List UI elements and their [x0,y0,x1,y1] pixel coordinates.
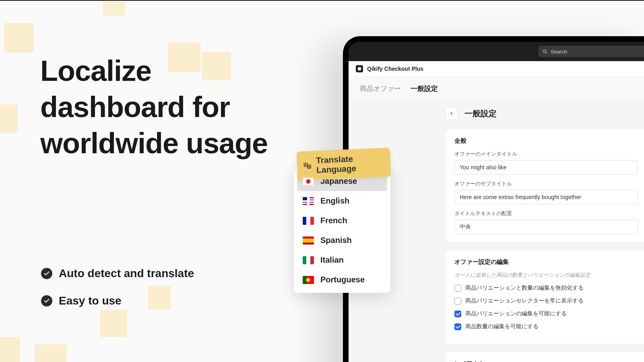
card-edit-settings: オファー設定の編集 カートに追加した商品の数量とバリエーションの編集設定 商品バ… [445,250,644,344]
decor-block [0,105,18,133]
checkbox-always-show[interactable]: 商品バリエーションセレクターを常に表示する [454,297,638,304]
lang-option-french[interactable]: French [297,211,387,230]
feature-item: Auto detect and translate [41,267,194,280]
svg-rect-2 [358,67,361,70]
form-label: タイトルテキストの配置 [454,210,638,217]
lang-label: Spanish [320,236,352,245]
checkbox-allow-quantity[interactable]: 商品数量の編集を可能にする [454,323,638,330]
checkbox-icon [454,285,461,292]
form-label: オファーのメインタイトル [454,150,638,158]
lang-label: English [320,196,349,206]
checkbox-disable-edit[interactable]: 商品バリエーションと数量の編集を無効化する [454,284,638,292]
headline-l3: worldwide usage [40,125,268,161]
flag-jp-icon [303,177,314,185]
page-title-row: 一般設定 [445,107,644,120]
lang-label: Portuguese [320,275,365,284]
translate-icon [303,161,312,171]
search-placeholder: Search [551,49,567,55]
card-title: オファー設定の編集 [454,258,638,266]
lang-option-italian[interactable]: Italian [297,250,387,270]
sub-title-input[interactable] [454,190,638,204]
decor-block [0,337,20,362]
checkbox-label: 商品バリエーションセレクターを常に表示する [465,297,584,304]
back-button[interactable] [445,107,458,120]
decor-block [103,2,125,16]
check-icon [41,268,52,279]
main-title-input[interactable] [454,160,638,175]
feature-list: Auto detect and translate Easy to use [41,267,194,322]
headline-l2: dashboard for [40,89,268,125]
decor-block [4,23,34,53]
tab-general[interactable]: 一般設定 [411,84,438,93]
feature-text: Easy to use [59,294,122,307]
feature-text: Auto detect and translate [59,267,194,280]
tabs: 商品オファー 一般設定 [349,77,644,99]
card-subtitle: カートに追加した商品の数量とバリエーションの編集設定 [454,272,638,279]
card-general: 全般 オファーのメインタイトル オファーのサブタイトル タイトルテキストの配置 [445,129,644,243]
app-header: Qikify Checkout Plus [349,61,644,77]
checkbox-label: 商品バリエーションと数量の編集を無効化する [465,284,584,292]
app-name: Qikify Checkout Plus [367,66,423,72]
alignment-select[interactable] [454,220,638,234]
language-menu: Japanese English French Spanish Italian … [294,168,390,293]
lang-label: Italian [320,255,344,265]
headline-l1: Localize [40,53,268,89]
card-title: 全般 [454,137,638,145]
app-topbar: Search [349,42,644,61]
lang-option-english[interactable]: English [297,191,387,211]
search-icon [543,49,547,54]
page-border-top [0,0,644,1]
search-input[interactable]: Search [539,46,644,57]
feature-item: Easy to use [41,294,194,307]
form-label: オファーのサブタイトル [454,180,638,187]
flag-es-icon [303,237,314,245]
checkbox-icon [454,311,461,317]
hero-headline: Localize dashboard for worldwide usage [40,53,268,161]
language-header-text: Translate Language [316,153,381,175]
decor-block [35,344,67,362]
page-title: 一般設定 [464,108,497,119]
flag-en-icon [303,197,314,205]
check-icon [41,295,52,306]
card-title: レイアウト [454,360,638,362]
language-popup: Translate Language Japanese English Fren… [294,168,390,293]
app-logo-icon [356,65,363,72]
svg-point-0 [543,50,546,53]
checkbox-icon [454,323,461,330]
tab-offers[interactable]: 商品オファー [360,84,401,93]
flag-it-icon [303,256,314,264]
lang-option-portuguese[interactable]: Portuguese [297,270,387,290]
language-header: Translate Language [297,148,391,181]
lang-option-spanish[interactable]: Spanish [297,230,387,250]
content: 一般設定 全般 オファーのメインタイトル オファーのサブタイトル タイトルテキス… [349,99,644,362]
checkbox-label: 商品バリエーションの編集を可能にする [465,310,567,317]
svg-line-1 [546,52,547,53]
checkbox-allow-variation[interactable]: 商品バリエーションの編集を可能にする [454,310,638,317]
device-screen: Search Qikify Checkout Plus 商品オファー 一般設定 … [349,42,644,362]
checkbox-icon [454,298,461,304]
lang-label: French [320,216,347,225]
checkbox-label: 商品数量の編集を可能にする [465,323,539,330]
card-layout: レイアウト [445,352,644,362]
chevron-left-icon [449,111,454,116]
flag-pt-icon [303,276,314,284]
flag-fr-icon [303,217,314,225]
